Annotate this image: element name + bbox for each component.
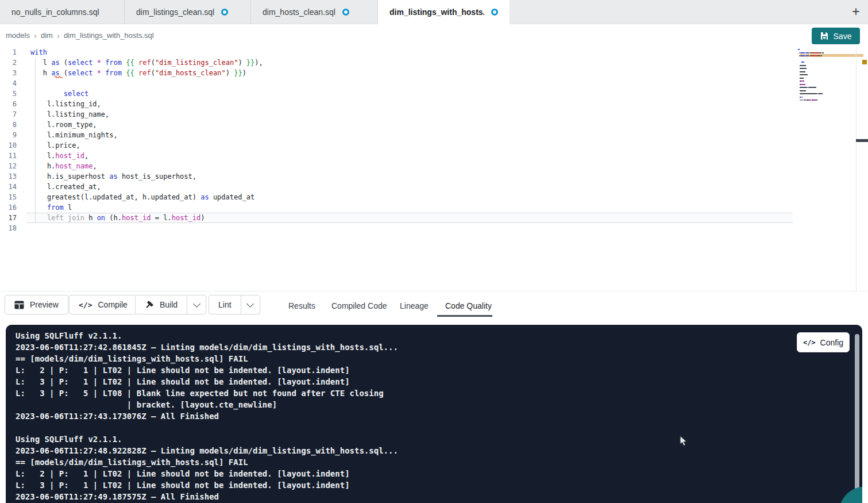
- lint-marker-icon: [862, 60, 867, 64]
- tab-label: dim_listings_with_hosts.sql: [389, 7, 484, 17]
- code-text: l.room_type,: [30, 120, 97, 130]
- line-number: 5: [0, 89, 17, 99]
- line-number: 16: [0, 202, 17, 213]
- line-number: 2: [0, 57, 17, 68]
- code-text: l.listing_id,: [30, 99, 101, 109]
- line-number: 11: [0, 151, 17, 161]
- line-number: 9: [0, 130, 17, 140]
- terminal-panel: Using SQLFluff v2.1.1. 2023-06-06T11:27:…: [6, 325, 862, 503]
- chevron-right-icon: [34, 30, 37, 40]
- code-text: l.minimum_nights,: [30, 130, 118, 140]
- code-text: l.host_id,: [30, 151, 88, 161]
- lint-button-group: Lint: [209, 295, 260, 314]
- line-number: 15: [0, 192, 17, 202]
- preview-button[interactable]: Preview: [5, 295, 68, 314]
- compile-button-group: Compile: [69, 295, 137, 314]
- file-tab-dim-listings-clean[interactable]: dim_listings_clean.sql: [125, 0, 251, 24]
- code-text: l.created_at,: [30, 182, 101, 192]
- code-text: with: [30, 47, 47, 57]
- chevron-down-icon: [246, 300, 254, 308]
- editor-header: models dim dim_listings_with_hosts.sql S…: [0, 24, 868, 47]
- terminal-scrollbar[interactable]: [855, 334, 859, 494]
- config-label: Config: [820, 338, 843, 347]
- lint-squiggle: [55, 75, 63, 78]
- code-text: l.listing_name,: [30, 109, 109, 120]
- build-button[interactable]: Build: [136, 295, 187, 314]
- file-tab-no-nulls[interactable]: no_nulls_in_columns.sql: [0, 0, 125, 24]
- breadcrumb-dim[interactable]: dim: [41, 31, 53, 40]
- dbt-cloud-ide: no_nulls_in_columns.sql dim_listings_cle…: [0, 0, 868, 503]
- tab-label: no_nulls_in_columns.sql: [11, 7, 99, 17]
- line-number: 14: [0, 182, 17, 192]
- tab-results[interactable]: Results: [285, 301, 319, 311]
- lint-label: Lint: [218, 300, 232, 309]
- build-button-group: Build: [135, 295, 206, 314]
- code-icon: [803, 339, 816, 347]
- new-tab-button[interactable]: +: [847, 3, 865, 20]
- line-number: 1: [0, 47, 17, 57]
- code-icon: [79, 301, 92, 309]
- lint-button[interactable]: Lint: [209, 295, 241, 314]
- tab-label: dim_listings_clean.sql: [136, 7, 214, 17]
- build-label: Build: [160, 300, 178, 309]
- minimap[interactable]: [798, 49, 842, 111]
- line-number: 18: [0, 223, 17, 233]
- scroll-gutter-divider: [856, 47, 857, 291]
- line-number: 17: [0, 213, 17, 223]
- preview-label: Preview: [30, 300, 59, 309]
- hammer-icon: [145, 300, 154, 309]
- line-number: 10: [0, 140, 17, 151]
- build-dropdown-button[interactable]: [187, 295, 206, 314]
- code-text: greatest(l.updated_at, h.updated_at) as …: [30, 192, 254, 202]
- tab-compiled-code[interactable]: Compiled Code: [328, 301, 391, 311]
- code-text: select: [30, 89, 88, 99]
- preview-button-group: Preview: [5, 295, 68, 314]
- file-tab-bar: no_nulls_in_columns.sql dim_listings_cle…: [0, 0, 868, 24]
- file-tab-dim-hosts-clean[interactable]: dim_hosts_clean.sql: [251, 0, 378, 24]
- lint-dropdown-button[interactable]: [241, 295, 260, 314]
- code-text: l.price,: [30, 140, 80, 151]
- action-toolbar: Preview Compile Build: [0, 291, 868, 320]
- save-button[interactable]: Save: [812, 28, 860, 44]
- modified-dot-icon: [221, 9, 228, 16]
- chevron-right-icon: [57, 30, 60, 40]
- chevron-down-icon: [193, 300, 200, 308]
- breadcrumb: models dim dim_listings_with_hosts.sql: [6, 24, 154, 47]
- tab-label: dim_hosts_clean.sql: [263, 7, 335, 17]
- save-label: Save: [834, 32, 852, 41]
- mouse-cursor-icon: [680, 435, 688, 447]
- floppy-disk-icon: [820, 32, 829, 40]
- line-number: 7: [0, 109, 17, 120]
- line-number: 12: [0, 161, 17, 171]
- code-text: from l: [30, 202, 72, 213]
- tab-code-quality[interactable]: Code Quality: [442, 301, 495, 311]
- line-number: 8: [0, 120, 17, 130]
- active-tab-underline: [437, 315, 492, 317]
- breadcrumb-file[interactable]: dim_listings_with_hosts.sql: [64, 31, 154, 40]
- line-number: 4: [0, 78, 17, 89]
- line-number: 6: [0, 99, 17, 109]
- code-editor[interactable]: 1with2 l as (select * from {{ ref("dim_l…: [0, 47, 868, 291]
- code-text: h.host_name,: [30, 161, 97, 171]
- line-number: 3: [0, 68, 17, 78]
- modified-dot-icon: [342, 9, 349, 16]
- help-button[interactable]: [839, 486, 862, 503]
- terminal-output: Using SQLFluff v2.1.1. 2023-06-06T11:27:…: [16, 330, 398, 502]
- code-text: h.is_superhost as host_is_superhost,: [30, 171, 196, 182]
- modified-dot-icon: [491, 9, 498, 16]
- tab-lineage[interactable]: Lineage: [396, 301, 432, 311]
- breadcrumb-models[interactable]: models: [6, 31, 30, 40]
- editor-scroll-marker[interactable]: [856, 139, 868, 142]
- file-tab-dim-listings-with-hosts[interactable]: dim_listings_with_hosts.sql: [378, 0, 510, 24]
- table-icon: [14, 301, 24, 309]
- compile-button[interactable]: Compile: [70, 295, 137, 314]
- code-text: left join h on (h.host_id = l.host_id): [30, 213, 205, 223]
- line-number: 13: [0, 171, 17, 182]
- code-text: h as (select * from {{ ref("dim_hosts_cl…: [30, 68, 246, 78]
- config-button[interactable]: Config: [797, 332, 850, 352]
- code-text: l as (select * from {{ ref("dim_listings…: [30, 57, 263, 68]
- compile-label: Compile: [98, 300, 127, 309]
